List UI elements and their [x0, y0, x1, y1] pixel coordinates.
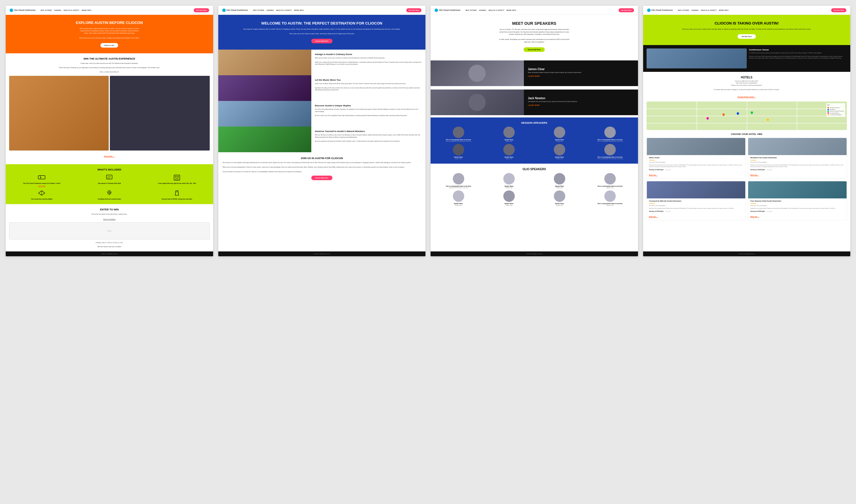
page-4: Clio Cloud Conference WHY ATTEND AGENDA … [643, 6, 851, 256]
nav-cta-2[interactable]: Get Your Pass [406, 8, 422, 12]
footer-text-2: © 2024 Clio. All Rights Reserved. [221, 253, 423, 255]
nav-cta-3[interactable]: Get Your Pass [619, 8, 634, 12]
hero-cta-4[interactable]: Get My Pass [738, 34, 756, 39]
included-item-5: You just have to BYOB—bring your own bib… [144, 189, 210, 200]
nav-link-more-3[interactable]: MORE INFO [507, 10, 516, 11]
olio-stitle-1: Speaker Title [484, 187, 533, 188]
skyline-text: Discover Austin's Unique Skyline One of … [311, 101, 425, 127]
hotel-vibe-1: Your vibe: Clio Cosmopolitan [750, 162, 844, 163]
hotel-dist-0: 1 min walk [665, 169, 670, 170]
enter-title: ENTER TO WIN [9, 208, 210, 211]
included-learn-0[interactable]: Learn more [9, 185, 74, 187]
music-section: Let the Music Move You Austin is the Liv… [218, 75, 426, 101]
win-photo-1 [9, 76, 109, 150]
nav-links-3: WHY ATTEND AGENDA HEALTH & SAFETY MORE I… [465, 10, 616, 11]
session-stitle-3: This is a long Speaker Title that will g… [585, 141, 634, 142]
session-stitle-1: Speaker Title [484, 141, 533, 142]
svg-rect-6 [176, 178, 178, 180]
nav-link-agenda-3[interactable]: AGENDA [479, 10, 486, 11]
jack-photo [431, 90, 524, 115]
james-learn-more-arrow: → [529, 77, 634, 79]
olio-stitle-4: Speaker Title [434, 205, 483, 206]
book-btn-1[interactable]: Book now → [750, 174, 759, 176]
nav-cta-1[interactable]: Get Your Pass [194, 8, 209, 12]
map-road-v1 [697, 102, 697, 130]
session-avatar-4 [453, 144, 464, 155]
logo-text-2: Clio Cloud Conference [226, 9, 248, 11]
olio-speakers-grid: This is a long Speaker Name on two lines… [434, 173, 635, 206]
pass-icon [105, 173, 113, 181]
main-container: Clio Cloud Conference WHY ATTEND AGENDA … [6, 6, 850, 256]
nav-link-more-4[interactable]: MORE INFO [719, 10, 729, 11]
map-road-v2 [747, 102, 747, 130]
jack-info: Jack Newton Jack Newton CEO and Founder … [524, 90, 638, 115]
hotel-desc-3: Experience the seamless blend of luxury … [750, 208, 844, 209]
logo-icon-3 [434, 8, 438, 12]
nav-link-why-4[interactable]: WHY ATTEND [678, 10, 689, 11]
session-avatar-0 [453, 127, 464, 138]
footer-2: © 2024 Clio. All Rights Reserved. [218, 251, 426, 256]
book-btn-0[interactable]: Book now → [649, 174, 658, 176]
jack-title: Jack Newton CEO and Founder of Clio to o… [528, 101, 634, 103]
session-speaker-2: Speaker Name Speaker Title [535, 127, 584, 142]
nav-link-why-3[interactable]: WHY ATTEND [465, 10, 477, 11]
james-info: James Clear Writer and keynote speaker f… [524, 60, 638, 86]
olio-speakers-section: OLIO SPEAKERS This is a long Speaker Nam… [431, 164, 638, 210]
enter-section: ENTER TO WIN Fill out the form below to … [6, 204, 213, 251]
session-speakers-grid: This is a long Speaker Name on two lines… [434, 127, 635, 160]
logo-icon-4 [647, 8, 651, 12]
join-section: JOIN US IN AUSTIN FOR CLIOCON We invite … [218, 152, 426, 185]
enter-subtitle: Fill out the form below to be entered in… [9, 213, 210, 216]
nav-link-agenda-4[interactable]: AGENDA [691, 10, 699, 11]
hero-cta-2[interactable]: Secure My Pass [311, 39, 332, 43]
book-btn-2[interactable]: Book now → [649, 216, 658, 217]
hotel-price-1: Starting at $310/night 1 min walk [750, 169, 844, 170]
hotel-desc-2: Experience the seamless blend of luxury … [649, 208, 743, 209]
form-label: Form [107, 230, 111, 232]
nav-links-2: WHY ATTEND AGENDA HEALTH & SAFETY MORE I… [253, 10, 404, 11]
terms-link[interactable]: Terms & Conditions [9, 218, 210, 220]
olio-speaker-1: Speaker Name Speaker Title [484, 173, 533, 189]
join-cta[interactable]: Secure My Pass [311, 176, 332, 180]
hotel-photo-0 [647, 138, 745, 155]
hero-cta-1[interactable]: Enter to win [100, 43, 118, 48]
hotel-info-3: Four Seasons Hotel Austin Downtown ★★★★ … [748, 198, 846, 220]
hotel-card-0: Hilton Austin ★★★★ Your vibe: Clio Cosmo… [647, 138, 746, 179]
nav-link-health-3[interactable]: HEALTH & SAFETY [489, 10, 504, 11]
find-hotel-link[interactable]: Find My Perfect Hotel → [738, 96, 756, 98]
culinary-text: Indulge in Austin's Culinary Scene When … [311, 50, 425, 75]
hero-cta-3[interactable]: Secure My Pass [524, 47, 545, 52]
nature-body: With over 300 days of sunshine a year, A… [315, 134, 422, 142]
win-photos [9, 76, 210, 150]
jack-name: Jack Newton [528, 97, 634, 100]
nav-link-health-4[interactable]: HEALTH & SAFETY [701, 10, 717, 11]
svg-rect-5 [177, 176, 178, 177]
enter-link[interactable]: Enter Now → [104, 155, 115, 157]
nav-link-why-attend-1[interactable]: WHY ATTEND [40, 10, 52, 11]
nav-link-agenda-1[interactable]: AGENDA [54, 10, 61, 11]
music-text: Let the Music Move You Austin is the Liv… [311, 75, 425, 101]
nav-link-more-2[interactable]: MORE INFO [294, 10, 304, 11]
hero-lime: CLIOCON IS TAKING OVER AUSTIN! Pack your… [643, 15, 851, 45]
session-speaker-7: This is a long Speaker Name on two lines… [585, 144, 634, 160]
nav-link-why-2[interactable]: WHY ATTEND [253, 10, 264, 11]
nav-link-health-1[interactable]: HEALTH & SAFETY [64, 10, 79, 11]
nav-link-agenda-2[interactable]: AGENDA [267, 10, 274, 11]
hero-orange: EXPLORE AUSTIN BEFORE CLIOCON We're givi… [6, 15, 213, 53]
form-box[interactable]: Form [9, 222, 210, 239]
nav-cta-4[interactable]: Get Your Pass [831, 8, 846, 12]
culinary-section: Indulge in Austin's Culinary Scene When … [218, 50, 426, 75]
jack-learn-more-arrow: → [529, 106, 634, 108]
nav-link-health-2[interactable]: HEALTH & SAFETY [276, 10, 292, 11]
skyline-section: Discover Austin's Unique Skyline One of … [218, 101, 426, 127]
session-stitle-5: Speaker Title [484, 158, 533, 159]
book-btn-3[interactable]: Book now → [750, 216, 759, 217]
nav-link-more-1[interactable]: MORE INFO [82, 10, 91, 11]
footer-text-3: © 2024 Clio. All Rights Reserved. [433, 253, 635, 255]
session-speaker-6: Speaker Name Speaker Title [535, 144, 584, 160]
hotel-vibe-2: Your vibe: Clio Cosmopolitan [649, 205, 743, 206]
win-body: Forget cake—have your ticket and eat it … [9, 62, 210, 73]
olio-avatar-1 [503, 173, 515, 184]
included-label-1: Two passes to Tuesday After Dark [77, 182, 142, 184]
session-avatar-3 [604, 127, 616, 138]
